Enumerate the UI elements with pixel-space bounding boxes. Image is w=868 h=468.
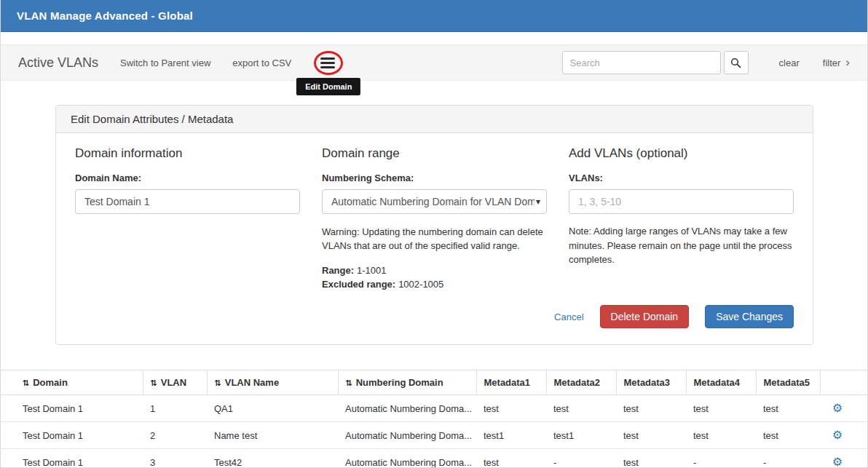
- cell-metadata1: test: [476, 395, 546, 422]
- app-title: VLAN Manage Advanced - Global: [17, 9, 193, 22]
- row-settings-button[interactable]: ⚙: [832, 402, 843, 414]
- cell-vlan-name: Name test: [207, 422, 338, 449]
- search-button[interactable]: [724, 51, 749, 74]
- cell-metadata3: test: [616, 449, 686, 468]
- delete-domain-button[interactable]: Delete Domain: [600, 305, 690, 329]
- vlans-input[interactable]: [569, 189, 794, 214]
- switch-parent-view-link[interactable]: Switch to Parent view: [120, 57, 210, 68]
- toolbar: Active VLANs Switch to Parent view expor…: [1, 44, 867, 81]
- column-label: VLAN: [161, 377, 186, 388]
- edit-domain-panel: Edit Domain Attributes / Metadata Domain…: [55, 105, 813, 345]
- toolbar-right-group: clear filter ›: [562, 51, 850, 74]
- cell-metadata4: test: [686, 395, 756, 422]
- domain-name-input[interactable]: [75, 189, 300, 214]
- gear-icon: ⚙: [832, 456, 843, 468]
- excluded-range-label: Excluded range:: [322, 279, 395, 290]
- chevron-right-icon: ›: [845, 59, 850, 66]
- column-header-metadata5: Metadata5: [756, 370, 820, 395]
- edit-panel-title: Edit Domain Attributes / Metadata: [56, 106, 813, 133]
- cell-metadata2: -: [546, 449, 616, 468]
- range-line: Range:1-1001: [322, 263, 547, 278]
- clear-link[interactable]: clear: [779, 57, 800, 68]
- edit-domain-menu-button[interactable]: Edit Domain: [320, 56, 336, 70]
- domain-information-heading: Domain information: [75, 146, 300, 161]
- column-header-domain[interactable]: ⇅Domain: [1, 370, 143, 395]
- table-row: Test Domain 1 3 Test42 Automatic Numberi…: [1, 449, 867, 468]
- cell-domain: Test Domain 1: [1, 422, 143, 449]
- vlans-note-text: Note: Adding large ranges of VLANs may t…: [569, 224, 794, 267]
- cell-vlan-name: QA1: [207, 395, 338, 422]
- page: VLAN Manage Advanced - Global Active VLA…: [0, 0, 868, 468]
- domain-information-section: Domain information Domain Name:: [75, 146, 300, 292]
- cell-metadata4: test: [686, 422, 756, 449]
- cell-metadata4: -: [686, 449, 756, 468]
- column-header-actions: [820, 370, 867, 395]
- column-header-vlan-name[interactable]: ⇅VLAN Name: [207, 370, 338, 395]
- cell-metadata3: test: [616, 422, 686, 449]
- save-changes-button[interactable]: Save Changes: [705, 305, 794, 329]
- domain-range-section: Domain range Numbering Schema: Automatic…: [322, 146, 547, 292]
- row-settings-button[interactable]: ⚙: [832, 456, 843, 468]
- add-vlans-heading: Add VLANs (optional): [569, 146, 794, 161]
- range-value: 1-1001: [357, 265, 386, 276]
- vlan-table: ⇅Domain ⇅VLAN ⇅VLAN Name ⇅Numbering Doma…: [1, 370, 867, 468]
- numbering-schema-select[interactable]: Automatic Numbering Domain for VLAN Doma…: [322, 189, 547, 214]
- domain-name-label: Domain Name:: [75, 172, 300, 183]
- hamburger-icon: [320, 56, 336, 70]
- sort-icon: ⇅: [23, 378, 29, 387]
- column-label: VLAN Name: [225, 377, 279, 388]
- cancel-link[interactable]: Cancel: [554, 312, 583, 322]
- cell-vlan: 3: [143, 449, 207, 468]
- column-label: Domain: [33, 377, 68, 388]
- column-label: Numbering Domain: [356, 377, 443, 388]
- column-header-metadata3: Metadata3: [616, 370, 686, 395]
- sort-icon: ⇅: [215, 378, 221, 387]
- filter-link-label: filter: [823, 57, 841, 68]
- numbering-schema-label: Numbering Schema:: [322, 172, 547, 183]
- numbering-schema-value: Automatic Numbering Domain for VLAN Doma: [331, 196, 534, 207]
- excluded-range-value: 1002-1005: [398, 279, 443, 290]
- table-row: Test Domain 1 2 Name test Automatic Numb…: [1, 422, 867, 449]
- panel-actions: Cancel Delete Domain Save Changes: [75, 305, 794, 329]
- cell-vlan: 2: [143, 422, 207, 449]
- search-icon: [730, 57, 741, 68]
- cell-metadata5: -: [756, 449, 820, 468]
- cell-metadata5: test: [756, 422, 820, 449]
- gear-icon: ⚙: [832, 429, 843, 441]
- column-header-metadata2: Metadata2: [546, 370, 616, 395]
- table-row: Test Domain 1 1 QA1 Automatic Numbering …: [1, 395, 867, 422]
- cell-metadata1: test: [476, 449, 546, 468]
- add-vlans-section: Add VLANs (optional) VLANs: Note: Adding…: [569, 146, 794, 292]
- caret-down-icon: ▾: [536, 197, 540, 207]
- row-settings-button[interactable]: ⚙: [832, 429, 843, 441]
- cell-metadata1: test1: [476, 422, 546, 449]
- export-csv-link[interactable]: export to CSV: [232, 57, 291, 68]
- domain-range-heading: Domain range: [322, 146, 547, 161]
- table-header-row: ⇅Domain ⇅VLAN ⇅VLAN Name ⇅Numbering Doma…: [1, 370, 867, 395]
- cell-metadata5: test: [756, 395, 820, 422]
- cell-domain: Test Domain 1: [1, 395, 143, 422]
- page-title: Active VLANs: [18, 55, 98, 71]
- excluded-range-line: Excluded range:1002-1005: [322, 277, 547, 292]
- filter-link[interactable]: filter ›: [823, 57, 850, 68]
- column-header-vlan[interactable]: ⇅VLAN: [143, 370, 207, 395]
- cell-vlan-name: Test42: [207, 449, 338, 468]
- edit-domain-tooltip: Edit Domain: [296, 78, 360, 95]
- column-header-metadata4: Metadata4: [686, 370, 756, 395]
- column-header-metadata1: Metadata1: [476, 370, 546, 395]
- cell-numbering-domain: Automatic Numbering Doma...: [338, 422, 476, 449]
- vlans-label: VLANs:: [569, 172, 794, 183]
- sort-icon: ⇅: [151, 378, 157, 387]
- cell-metadata2: test1: [546, 422, 616, 449]
- app-header: VLAN Manage Advanced - Global: [1, 0, 867, 32]
- cell-domain: Test Domain 1: [1, 449, 143, 468]
- column-header-numbering-domain[interactable]: ⇅Numbering Domain: [338, 370, 476, 395]
- range-warning-text: Warning: Updating the numbering domain c…: [322, 226, 547, 253]
- gear-icon: ⚙: [832, 402, 843, 414]
- cell-metadata2: test: [546, 395, 616, 422]
- range-label: Range:: [322, 265, 354, 276]
- cell-numbering-domain: Automatic Numbering Doma...: [338, 449, 476, 468]
- cell-metadata3: test: [616, 395, 686, 422]
- edit-panel-body: Domain information Domain Name: Domain r…: [56, 133, 813, 344]
- search-input[interactable]: [562, 51, 721, 74]
